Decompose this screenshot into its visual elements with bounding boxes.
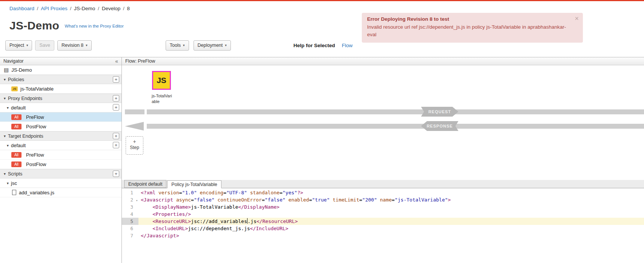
code-line-3[interactable]: 3 <DisplayName>js-TotalVariable</Display… <box>122 203 644 211</box>
sidebar-item-label: PostFlow <box>26 124 46 129</box>
line-number: 4 <box>122 211 138 218</box>
sidebar-item-postflow-6[interactable]: AllPostFlow <box>0 122 121 131</box>
code-token: <?xml <box>141 190 155 195</box>
save-button[interactable]: Save <box>35 40 54 51</box>
code-token <box>377 197 380 203</box>
code-token: = <box>179 190 182 195</box>
add-scripts-button[interactable]: + <box>113 171 119 177</box>
code-token: name <box>380 197 392 203</box>
project-menu-button[interactable]: Project ▾ <box>5 40 32 51</box>
code-token: jsc://dependent_js.js <box>188 226 250 231</box>
sidebar-item-label: Target Endpoints <box>8 134 43 139</box>
code-line-content: <Properties/> <box>141 211 644 218</box>
code-token: timeLimit <box>333 197 359 203</box>
code-token: "1.0" <box>182 190 197 195</box>
revision-menu-button[interactable]: Revision 8 ▾ <box>57 40 92 51</box>
tools-menu-label: Tools <box>170 43 181 48</box>
sidebar-item-target-endpoints-7[interactable]: ▾Target Endpoints+ <box>0 131 121 141</box>
flow-help-link[interactable]: Flow <box>342 43 353 48</box>
code-line-7[interactable]: 7</Javascript> <box>122 232 644 239</box>
breadcrumb-separator: / <box>69 6 73 11</box>
main-panels: Navigator « ▤JS-Demo▾Policies+JSjs-Total… <box>0 57 644 263</box>
sidebar-item-add-variables-js-13[interactable]: add_variables.js <box>0 188 121 197</box>
code-token: = <box>262 197 265 203</box>
breadcrumb-item-8: 8 <box>127 6 130 11</box>
sidebar-item-js-demo-0[interactable]: ▤JS-Demo <box>0 65 121 75</box>
proxy-editor-page: Dashboard / API Proxies / JS-Demo / Deve… <box>0 0 644 263</box>
sidebar-item-label: Scripts <box>8 171 22 177</box>
code-token: <DisplayName> <box>152 204 191 210</box>
add-step-button[interactable]: + Step <box>126 136 143 155</box>
disclosure-open-icon: ▾ <box>7 181 9 185</box>
code-token: "UTF-8" <box>226 190 247 195</box>
code-line-content: <ResourceURL>jsc://add_variables.js</Res… <box>138 218 644 225</box>
code-token: "false" <box>194 197 215 203</box>
sidebar-item-preflow-5[interactable]: AllPreFlow <box>0 112 121 122</box>
deployment-menu-button[interactable]: Deployment ▾ <box>194 40 231 51</box>
disclosure-open-icon: ▾ <box>4 172 6 176</box>
whats-new-link[interactable]: What's new in the Proxy Editor <box>65 24 124 28</box>
code-token <box>141 218 152 224</box>
sidebar-item-scripts-11[interactable]: ▾Scripts+ <box>0 169 121 178</box>
sidebar-item-default-8[interactable]: ▾default+ <box>0 141 121 150</box>
add-policies-button[interactable]: + <box>113 76 119 83</box>
breadcrumb-item-dashboard[interactable]: Dashboard <box>9 6 34 11</box>
code-token: = <box>359 197 362 203</box>
code-line-4[interactable]: 4 <Properties/> <box>122 211 644 218</box>
add-default-button[interactable]: + <box>113 104 119 111</box>
add-default-button[interactable]: + <box>113 142 119 148</box>
sidebar-item-label: PreFlow <box>26 152 44 158</box>
sidebar-item-label: JS-Demo <box>11 67 32 73</box>
sidebar-item-proxy-endpoints-3[interactable]: ▾Proxy Endpoints+ <box>0 94 121 103</box>
code-line-2[interactable]: 2▾<Javascript async="false" continueOnEr… <box>122 196 644 203</box>
sidebar-item-label: js-TotalVariable <box>20 86 54 92</box>
navigator-panel: Navigator « ▤JS-Demo▾Policies+JSjs-Total… <box>0 57 122 263</box>
code-token: </DisplayName> <box>238 204 280 210</box>
code-token: </Javascript> <box>141 233 179 238</box>
collapse-sidebar-icon[interactable]: « <box>115 58 118 64</box>
sidebar-item-policies-1[interactable]: ▾Policies+ <box>0 75 121 84</box>
line-number: 5 <box>122 218 138 225</box>
sidebar-item-postflow-10[interactable]: AllPostFlow <box>0 160 121 169</box>
sidebar-item-js-totalvariable-2[interactable]: JSjs-TotalVariable <box>0 84 121 94</box>
code-editor[interactable]: 1<?xml version="1.0" encoding="UTF-8" st… <box>122 188 644 263</box>
flow-header: Flow: PreFlow <box>122 57 644 65</box>
error-banner-title: Error Deploying Revision 8 to test <box>367 16 570 22</box>
code-token: "false" <box>265 197 286 203</box>
code-line-content: <DisplayName>js-TotalVariable</DisplayNa… <box>141 203 644 211</box>
tab-endpoint-default[interactable]: Endpoint default <box>124 180 166 188</box>
line-number: 6 <box>122 225 138 232</box>
code-token: </IncludeURL> <box>250 226 289 231</box>
sidebar-item-label: Policies <box>8 77 24 82</box>
proxy-icon: ▤ <box>4 67 9 72</box>
code-line-6[interactable]: 6 <IncludeURL>jsc://dependent_js.js</Inc… <box>122 225 644 232</box>
tools-menu-button[interactable]: Tools ▾ <box>166 40 189 51</box>
policy-node-js-totalvariable[interactable]: JS <box>152 71 171 90</box>
tab-policy-js-totalvariable[interactable]: Policy js-TotalVariable <box>167 180 221 188</box>
sidebar-item-default-4[interactable]: ▾default+ <box>0 103 121 112</box>
code-token <box>173 197 176 203</box>
code-token: </ResourceURL> <box>257 218 298 224</box>
add-target-endpoints-button[interactable]: + <box>113 133 119 139</box>
code-token: = <box>280 190 283 195</box>
editor-tabs: Endpoint defaultPolicy js-TotalVariable <box>122 180 644 188</box>
close-icon[interactable]: × <box>575 15 579 22</box>
code-token: standalone <box>250 190 280 195</box>
response-ribbon: RESPONSE <box>421 121 458 131</box>
code-line-1[interactable]: 1<?xml version="1.0" encoding="UTF-8" st… <box>122 189 644 196</box>
code-line-5[interactable]: 5 <ResourceURL>jsc://add_variables.js</R… <box>122 218 644 225</box>
code-token: ?> <box>297 190 303 195</box>
code-token: = <box>223 190 226 195</box>
sidebar-item-preflow-9[interactable]: AllPreFlow <box>0 150 121 160</box>
help-for-selected-label: Help for Selected <box>294 43 335 48</box>
code-token <box>155 190 158 195</box>
step-label: Step <box>126 145 143 150</box>
code-token <box>197 190 200 195</box>
add-proxy-endpoints-button[interactable]: + <box>113 95 119 102</box>
js-policy-icon: JS <box>11 86 18 91</box>
breadcrumb-item-api-proxies[interactable]: API Proxies <box>41 6 68 11</box>
policy-node-label: js-TotalVariable <box>152 93 174 105</box>
all-condition-badge: All <box>11 114 22 120</box>
sidebar-item-jsc-12[interactable]: ▾jsc <box>0 178 121 188</box>
code-token: <ResourceURL> <box>152 218 191 224</box>
